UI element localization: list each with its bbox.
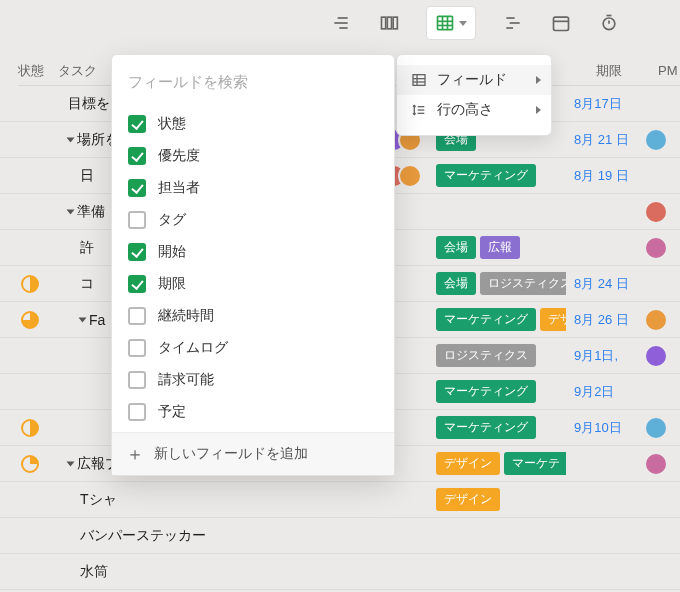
tag-chip[interactable]: ロジスティクス [436,344,536,367]
deadline-cell[interactable]: 8月 26 日 [574,311,629,329]
checkbox[interactable] [128,371,146,389]
deadline-cell[interactable]: 9月10日 [574,419,622,437]
field-option[interactable]: 担当者 [124,172,384,204]
tag-chip[interactable]: マーケティング [436,380,536,403]
disclosure-triangle-icon[interactable] [79,317,87,322]
task-name[interactable]: 水筒 [80,563,108,581]
task-name[interactable]: バンパーステッカー [80,527,206,545]
status-cell [18,200,42,224]
menu-item-label: フィールド [437,71,507,89]
task-name[interactable]: Fa [89,312,105,328]
pm-cell [644,236,668,260]
menu-item-row-height[interactable]: 行の高さ [397,95,551,125]
status-cell [18,344,42,368]
status-cell [18,452,42,476]
table-view-button[interactable] [426,6,476,40]
disclosure-triangle-icon[interactable] [67,461,75,466]
board-view-icon[interactable] [378,12,400,34]
task-name[interactable]: 日 [80,167,94,185]
header-pm[interactable]: PM [658,63,678,78]
status-icon [21,419,39,437]
deadline-cell[interactable]: 9月1日, [574,347,618,365]
status-cell [18,416,42,440]
task-name[interactable]: Tシャ [80,491,117,509]
svg-rect-4 [387,17,391,29]
tag-chip[interactable]: デザイン [436,488,500,511]
table-row[interactable]: バンパーステッカー [0,518,680,554]
avatar[interactable] [398,164,422,188]
avatar[interactable] [644,200,668,224]
checkbox[interactable] [128,243,146,261]
tag-chip[interactable]: 会場 [436,272,476,295]
avatar[interactable] [644,452,668,476]
field-option[interactable]: タイムログ [124,332,384,364]
checkbox[interactable] [128,147,146,165]
menu-lines-icon[interactable] [330,12,352,34]
field-option[interactable]: タグ [124,204,384,236]
tag-chip[interactable]: マーケティング [436,308,536,331]
timeline-view-icon[interactable] [502,12,524,34]
field-option[interactable]: 優先度 [124,140,384,172]
task-name[interactable]: 目標を [68,95,110,113]
field-option[interactable]: 予定 [124,396,384,428]
header-status[interactable]: 状態 [18,62,58,80]
avatar[interactable] [644,128,668,152]
task-name[interactable]: 準備 [77,203,105,221]
field-picker-panel: 状態優先度担当者タグ開始期限継続時間タイムログ請求可能予定 ＋ 新しいフィールド… [111,54,395,476]
checkbox[interactable] [128,275,146,293]
tag-chip[interactable]: デザ [540,308,566,331]
field-option-label: タグ [158,211,186,229]
checkbox[interactable] [128,403,146,421]
deadline-cell[interactable]: 8月17日 [574,95,622,113]
calendar-view-icon[interactable] [550,12,572,34]
tag-chip[interactable]: マーケテ [504,452,566,475]
status-icon [21,455,39,473]
checkbox[interactable] [128,339,146,357]
avatar[interactable] [644,416,668,440]
tag-chip[interactable]: 会場 [436,236,476,259]
tag-chip[interactable]: マーケティング [436,416,536,439]
field-option-label: タイムログ [158,339,228,357]
field-option[interactable]: 期限 [124,268,384,300]
view-toolbar [330,6,620,40]
header-deadline[interactable]: 期限 [592,62,662,80]
deadline-cell[interactable]: 8月 19 日 [574,167,629,185]
deadline-cell[interactable]: 8月 21 日 [574,131,629,149]
deadline-cell[interactable]: 9月2日 [574,383,614,401]
add-field-button[interactable]: ＋ 新しいフィールドを追加 [112,432,394,475]
menu-item-fields[interactable]: フィールド [397,65,551,95]
field-option-label: 請求可能 [158,371,214,389]
field-option[interactable]: 継続時間 [124,300,384,332]
table-row[interactable]: Tシャデザイン [0,482,680,518]
status-cell [18,308,42,332]
disclosure-triangle-icon[interactable] [67,137,75,142]
svg-rect-14 [554,17,569,30]
avatar[interactable] [644,236,668,260]
pm-cell [644,128,668,152]
field-option[interactable]: 開始 [124,236,384,268]
field-option-label: 継続時間 [158,307,214,325]
avatar[interactable] [644,344,668,368]
checkbox[interactable] [128,115,146,133]
avatar[interactable] [644,308,668,332]
tag-cell: マーケティング [436,380,536,403]
task-name[interactable]: 許 [80,239,94,257]
status-cell [18,92,42,116]
field-option[interactable]: 状態 [124,108,384,140]
row-height-icon [411,102,427,118]
timer-icon[interactable] [598,12,620,34]
field-option[interactable]: 請求可能 [124,364,384,396]
field-search-input[interactable] [126,67,380,96]
task-name[interactable]: コ [80,275,94,293]
tag-chip[interactable]: 広報 [480,236,520,259]
tag-cell: 会場広報 [436,236,520,259]
checkbox[interactable] [128,179,146,197]
tag-chip[interactable]: マーケティング [436,164,536,187]
checkbox[interactable] [128,211,146,229]
tag-chip[interactable]: ロジスティクス [480,272,566,295]
deadline-cell[interactable]: 8月 24 日 [574,275,629,293]
tag-chip[interactable]: デザイン [436,452,500,475]
checkbox[interactable] [128,307,146,325]
disclosure-triangle-icon[interactable] [67,209,75,214]
table-row[interactable]: 水筒 [0,554,680,590]
